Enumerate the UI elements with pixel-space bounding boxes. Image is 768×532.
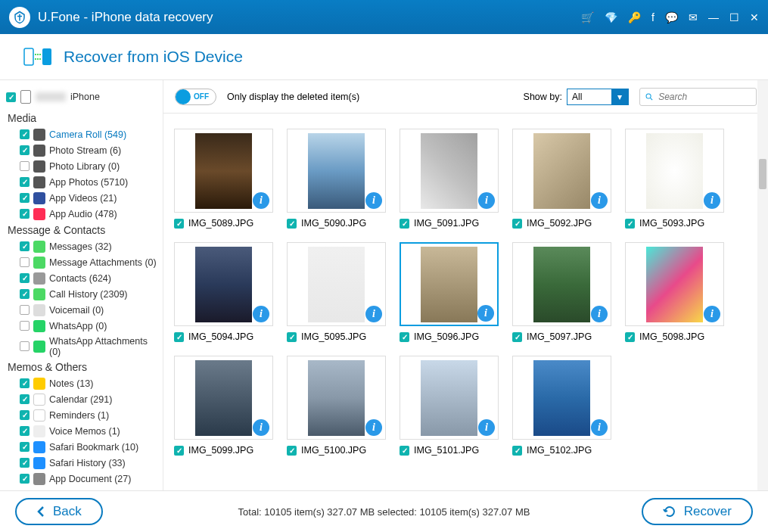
search-box[interactable] xyxy=(639,88,757,106)
sidebar-item[interactable]: Safari History (33) xyxy=(6,455,157,471)
thumbnail-frame[interactable]: i xyxy=(625,242,724,326)
sidebar-item[interactable]: Message Attachments (0) xyxy=(6,254,157,270)
thumbnail-checkbox[interactable] xyxy=(512,219,522,229)
sidebar-item[interactable]: WhatsApp Attachments (0) xyxy=(6,334,157,359)
thumbnail-checkbox[interactable] xyxy=(400,219,409,229)
item-checkbox[interactable] xyxy=(20,394,30,404)
thumbnail-checkbox[interactable] xyxy=(174,446,184,456)
scrollbar[interactable] xyxy=(757,80,768,512)
device-checkbox[interactable] xyxy=(6,92,16,102)
sidebar-item[interactable]: Safari Bookmark (10) xyxy=(6,439,157,455)
item-checkbox[interactable] xyxy=(20,145,30,155)
info-icon[interactable]: i xyxy=(591,192,608,209)
cart-icon[interactable]: 🛒 xyxy=(581,11,594,23)
thumbnail-checkbox[interactable] xyxy=(512,446,522,456)
info-icon[interactable]: i xyxy=(253,192,269,209)
facebook-icon[interactable]: f xyxy=(651,11,655,23)
sidebar-item[interactable]: Voice Memos (1) xyxy=(6,423,157,439)
info-icon[interactable]: i xyxy=(478,192,495,209)
info-icon[interactable]: i xyxy=(365,419,382,436)
thumbnail-checkbox[interactable] xyxy=(287,446,297,456)
thumbnail-frame[interactable]: i xyxy=(287,242,386,326)
item-checkbox[interactable] xyxy=(20,209,30,219)
info-icon[interactable]: i xyxy=(591,306,608,322)
item-checkbox[interactable] xyxy=(20,442,30,452)
thumbnail-checkbox[interactable] xyxy=(174,219,184,229)
thumbnail-frame[interactable]: i xyxy=(400,242,499,326)
info-icon[interactable]: i xyxy=(591,419,608,436)
item-checkbox[interactable] xyxy=(20,474,30,484)
item-checkbox[interactable] xyxy=(20,289,30,299)
info-icon[interactable]: i xyxy=(477,305,494,322)
item-checkbox[interactable] xyxy=(20,378,30,388)
key-icon[interactable]: 🔑 xyxy=(628,11,641,23)
item-checkbox[interactable] xyxy=(20,458,30,468)
item-checkbox[interactable] xyxy=(20,161,30,171)
thumbnail-frame[interactable]: i xyxy=(174,129,273,213)
thumbnail-checkbox[interactable] xyxy=(400,332,409,342)
thumbnail-checkbox[interactable] xyxy=(625,219,635,229)
thumbnail-frame[interactable]: i xyxy=(287,129,386,213)
item-checkbox[interactable] xyxy=(20,410,30,420)
thumbnail-frame[interactable]: i xyxy=(400,129,499,213)
thumbnail-checkbox[interactable] xyxy=(512,332,522,342)
item-checkbox[interactable] xyxy=(20,341,30,351)
item-checkbox[interactable] xyxy=(20,426,30,436)
item-checkbox[interactable] xyxy=(20,177,30,187)
maximize-button[interactable]: ☐ xyxy=(729,11,739,23)
back-button[interactable]: Back xyxy=(15,498,103,525)
item-checkbox[interactable] xyxy=(20,321,30,331)
info-icon[interactable]: i xyxy=(704,192,720,209)
sidebar-item[interactable]: Call History (2309) xyxy=(6,286,157,302)
info-icon[interactable]: i xyxy=(478,419,495,436)
sidebar-item[interactable]: Contacts (624) xyxy=(6,270,157,286)
minimize-button[interactable]: — xyxy=(708,11,719,23)
item-checkbox[interactable] xyxy=(20,257,30,267)
thumbnail-checkbox[interactable] xyxy=(400,446,409,456)
info-icon[interactable]: i xyxy=(365,306,382,322)
thumbnail-frame[interactable]: i xyxy=(512,242,611,326)
sidebar-item[interactable]: Reminders (1) xyxy=(6,407,157,423)
search-input[interactable] xyxy=(658,92,751,102)
item-checkbox[interactable] xyxy=(20,129,30,139)
sidebar-item[interactable]: App Videos (21) xyxy=(6,190,157,206)
sidebar-item[interactable]: Notes (13) xyxy=(6,375,157,391)
thumbnail-frame[interactable]: i xyxy=(512,356,611,440)
info-icon[interactable]: i xyxy=(704,306,720,322)
close-button[interactable]: ✕ xyxy=(750,11,759,23)
scrollbar-thumb[interactable] xyxy=(759,159,766,189)
thumbnail-checkbox[interactable] xyxy=(287,332,297,342)
thumbnail-frame[interactable]: i xyxy=(400,356,499,440)
thumbnail-frame[interactable]: i xyxy=(287,356,386,440)
sidebar-item[interactable]: Voicemail (0) xyxy=(6,302,157,318)
show-by-dropdown[interactable]: All ▾ xyxy=(567,89,629,105)
sidebar-item[interactable]: App Audio (478) xyxy=(6,206,157,222)
sidebar-item[interactable]: Camera Roll (549) xyxy=(6,126,157,142)
recover-button[interactable]: Recover xyxy=(642,498,753,525)
sidebar-item[interactable]: App Document (27) xyxy=(6,471,157,487)
item-checkbox[interactable] xyxy=(20,241,30,251)
sidebar-item[interactable]: WhatsApp (0) xyxy=(6,318,157,334)
item-checkbox[interactable] xyxy=(20,193,30,203)
diamond-icon[interactable]: 💎 xyxy=(605,11,617,23)
thumbnail-frame[interactable]: i xyxy=(174,242,273,326)
thumbnail-checkbox[interactable] xyxy=(287,219,297,229)
deleted-only-toggle[interactable]: OFF xyxy=(175,89,216,105)
info-icon[interactable]: i xyxy=(365,192,382,209)
thumbnail-frame[interactable]: i xyxy=(512,129,611,213)
thumbnail-frame[interactable]: i xyxy=(625,129,724,213)
sidebar-item[interactable]: Photo Library (0) xyxy=(6,158,157,174)
sidebar-item[interactable]: App Photos (5710) xyxy=(6,174,157,190)
sidebar-item[interactable]: Photo Stream (6) xyxy=(6,142,157,158)
item-checkbox[interactable] xyxy=(20,305,30,315)
thumbnail-checkbox[interactable] xyxy=(625,332,635,342)
info-icon[interactable]: i xyxy=(253,306,269,322)
thumbnail-checkbox[interactable] xyxy=(174,332,184,342)
thumbnail-frame[interactable]: i xyxy=(174,356,273,440)
mail-icon[interactable]: ✉ xyxy=(689,11,698,23)
sidebar-item[interactable]: Messages (32) xyxy=(6,238,157,254)
info-icon[interactable]: i xyxy=(253,419,269,436)
item-checkbox[interactable] xyxy=(20,273,30,283)
sidebar-item[interactable]: Calendar (291) xyxy=(6,391,157,407)
chat-icon[interactable]: 💬 xyxy=(665,11,678,23)
